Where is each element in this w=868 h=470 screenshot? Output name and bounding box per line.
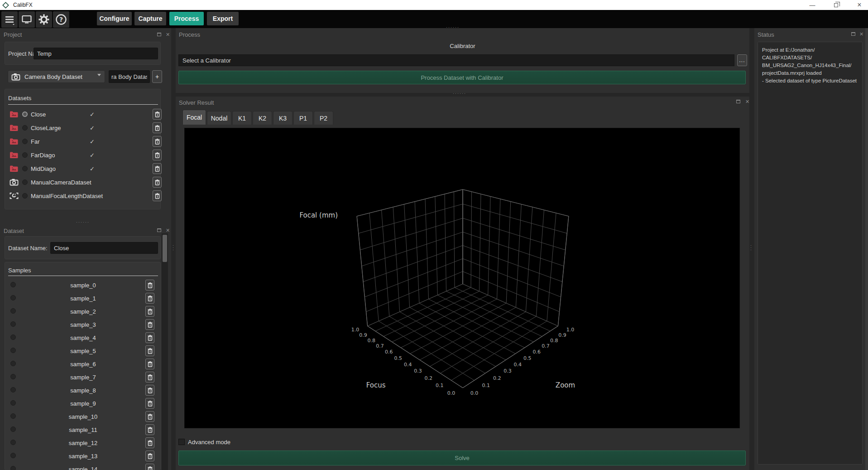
sample-name: sample_3 [5, 321, 161, 328]
tab-capture[interactable]: Capture [134, 12, 166, 25]
samples-scrollbar-thumb[interactable] [163, 235, 167, 262]
delete-dataset-button[interactable] [153, 163, 162, 174]
solver-tab-k3[interactable]: K3 [273, 111, 293, 125]
horizontal-splitter-handle[interactable]: ······ [453, 91, 466, 96]
delete-sample-button[interactable] [145, 437, 154, 448]
delete-sample-button[interactable] [145, 464, 154, 470]
sample-row[interactable]: sample_3 [5, 318, 161, 331]
vertical-splitter-handle[interactable]: ··· [171, 245, 176, 252]
sample-row[interactable]: sample_2 [5, 305, 161, 318]
trash-icon [148, 322, 153, 328]
dataset-radio[interactable] [22, 152, 28, 158]
sample-row[interactable]: sample_14 [5, 462, 161, 470]
dataset-panel-float-button[interactable] [156, 228, 162, 233]
solver-tab-k1[interactable]: K1 [232, 111, 252, 125]
delete-dataset-button[interactable] [153, 136, 162, 147]
close-button[interactable]: × [854, 0, 864, 10]
delete-sample-button[interactable] [145, 359, 154, 369]
dataset-radio[interactable] [22, 179, 28, 185]
vertical-splitter-handle[interactable]: ··· [749, 245, 753, 252]
solver-tab-p2[interactable]: P2 [314, 111, 333, 125]
dataset-row[interactable]: FarDiago✓ [5, 148, 161, 162]
dataset-type-select[interactable]: Camera Body Dataset [8, 70, 105, 83]
solver-tab-focal[interactable]: Focal [182, 110, 206, 125]
solver-3d-plot[interactable]: 0.00.10.20.30.40.50.60.70.80.91.00.00.10… [184, 128, 740, 428]
add-dataset-button[interactable]: + [152, 70, 162, 83]
status-panel-close-button[interactable]: ✕ [858, 31, 864, 37]
solver-panel-close-button[interactable]: ✕ [744, 99, 750, 105]
delete-dataset-button[interactable] [153, 150, 162, 160]
dataset-radio[interactable] [22, 125, 28, 131]
dataset-row[interactable]: MidDiago✓ [5, 162, 161, 175]
process-dataset-button[interactable]: Process Dataset with Calibrator [178, 71, 746, 84]
tab-configure[interactable]: Configure [97, 12, 132, 25]
sample-row[interactable]: sample_4 [5, 331, 161, 344]
dataset-name-input[interactable] [50, 242, 158, 254]
project-panel-close-button[interactable]: ✕ [165, 32, 171, 38]
sample-row[interactable]: sample_1 [5, 291, 161, 305]
new-dataset-name-input[interactable] [109, 70, 150, 83]
solver-tab-nodal[interactable]: Nodal [207, 111, 231, 125]
horizontal-splitter-handle[interactable]: ······ [76, 220, 90, 224]
dataset-checkmark: ✓ [90, 111, 95, 118]
sample-row[interactable]: sample_0 [5, 278, 161, 291]
dataset-radio[interactable] [22, 111, 28, 117]
delete-dataset-button[interactable] [153, 122, 162, 133]
dataset-panel-close-button[interactable]: ✕ [165, 228, 171, 233]
dataset-row[interactable]: ManualFocalLengthDataset [5, 189, 161, 203]
delete-sample-button[interactable] [145, 319, 154, 330]
display-button[interactable] [19, 11, 35, 28]
delete-sample-button[interactable] [145, 345, 154, 356]
dataset-row[interactable]: Far✓ [5, 135, 161, 148]
delete-sample-button[interactable] [145, 293, 154, 304]
settings-button[interactable] [36, 11, 52, 28]
dataset-row[interactable]: ManualCameraDataset [5, 175, 161, 189]
calibrator-select[interactable]: Select a Calibrator [178, 54, 734, 66]
sample-row[interactable]: sample_9 [5, 397, 161, 410]
browse-calibrator-button[interactable]: ... [737, 54, 747, 66]
delete-dataset-button[interactable] [153, 177, 162, 188]
delete-sample-button[interactable] [145, 385, 154, 396]
solver-tab-k2[interactable]: K2 [253, 111, 272, 125]
advanced-mode-checkbox[interactable] [178, 439, 185, 445]
tab-process[interactable]: Process [169, 12, 204, 25]
minimize-button[interactable]: — [807, 0, 817, 10]
project-name-input[interactable] [34, 48, 158, 59]
dataset-radio[interactable] [22, 139, 28, 144]
tab-export[interactable]: Export [207, 12, 239, 25]
sample-row[interactable]: sample_13 [5, 449, 161, 462]
delete-sample-button[interactable] [145, 372, 154, 383]
sample-row[interactable]: sample_10 [5, 410, 161, 423]
delete-sample-button[interactable] [145, 411, 154, 422]
delete-sample-button[interactable] [145, 332, 154, 343]
sample-row[interactable]: sample_12 [5, 436, 161, 449]
delete-dataset-button[interactable] [153, 109, 162, 120]
sample-row[interactable]: sample_7 [5, 370, 161, 383]
delete-sample-button[interactable] [145, 451, 154, 461]
delete-sample-button[interactable] [145, 398, 154, 409]
menu-button[interactable] [1, 11, 18, 28]
dataset-radio[interactable] [22, 193, 28, 199]
solver-tab-p1[interactable]: P1 [293, 111, 313, 125]
restore-button[interactable] [831, 0, 841, 10]
delete-sample-button[interactable] [145, 424, 154, 435]
samples-scrollbar-track[interactable] [162, 233, 168, 470]
delete-sample-button[interactable] [145, 280, 154, 291]
solver-panel-float-button[interactable] [735, 99, 741, 105]
sample-row[interactable]: sample_6 [5, 357, 161, 370]
sample-row[interactable]: sample_11 [5, 423, 161, 436]
focal-dataset-icon [10, 192, 19, 199]
sample-row[interactable]: sample_8 [5, 383, 161, 397]
svg-text:0.1: 0.1 [436, 383, 444, 388]
dataset-row[interactable]: Close✓ [5, 107, 161, 121]
delete-sample-button[interactable] [145, 306, 154, 317]
help-button[interactable]: ? [53, 11, 69, 28]
project-panel-float-button[interactable] [156, 32, 162, 38]
trash-icon [148, 453, 153, 459]
solve-button[interactable]: Solve [178, 451, 746, 465]
status-panel-float-button[interactable] [850, 31, 856, 37]
dataset-row[interactable]: CloseLarge✓ [5, 121, 161, 135]
dataset-radio[interactable] [22, 166, 28, 171]
delete-dataset-button[interactable] [153, 190, 162, 201]
sample-row[interactable]: sample_5 [5, 344, 161, 357]
